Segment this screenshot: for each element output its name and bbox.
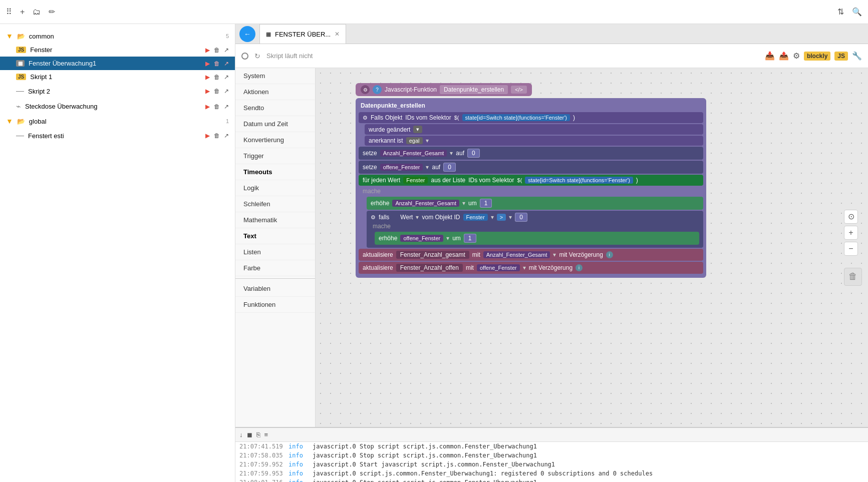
play-button-steckdose[interactable]: ▶ (205, 103, 210, 110)
delete-button-fenstertest[interactable]: 🗑 (214, 132, 220, 139)
var3-chip[interactable]: Anzahl_Fenster_Gesamt (392, 200, 459, 207)
sidebar-folder-global[interactable]: ▼ 📂 global 1 (0, 114, 235, 128)
tab-fenster-uberwachung[interactable]: ▦ FENSTER ÜBER... ✕ (259, 24, 346, 44)
export-button-skript1[interactable]: ↗ (224, 74, 229, 81)
category-schleifen[interactable]: Schleifen (235, 196, 315, 212)
play-button-fenstertest[interactable]: ▶ (205, 132, 210, 139)
refresh-icon[interactable]: ↻ (254, 52, 260, 60)
category-text[interactable]: Text (235, 228, 315, 244)
selector2-chip[interactable]: state[id=Switch state](functions='Fenste… (525, 177, 633, 184)
dots-icon[interactable]: ⠿ (6, 7, 12, 17)
dropdown-wert[interactable]: ▾ (416, 214, 419, 221)
objekt-chip[interactable]: Fenster (463, 214, 488, 221)
gt-chip[interactable]: > (497, 214, 506, 221)
canvas[interactable]: ⚙ ? Javascript-Funktion Datenpunkte_erst… (316, 68, 868, 427)
wurde-dropdown[interactable]: ▾ (413, 126, 422, 133)
dropdown-offene[interactable]: ▾ (523, 264, 526, 271)
search-icon[interactable]: 🔍 (852, 7, 862, 17)
selector1-chip[interactable]: state[id=Switch state](functions='Fenste… (462, 114, 570, 121)
export-button-steckdose[interactable]: ↗ (224, 103, 229, 110)
anzahl-chip[interactable]: Anzahl_Fenster_Gesamt (483, 251, 550, 258)
play-button-uberwachung1[interactable]: ▶ (205, 60, 210, 67)
sort-icon[interactable]: ⇅ (837, 7, 844, 17)
delete-button-uberwachung1[interactable]: 🗑 (214, 60, 220, 67)
reset-zoom-button[interactable]: ⊙ (844, 210, 858, 224)
folder-icon[interactable]: 🗂 (33, 8, 41, 17)
sidebar-item-skript2[interactable]: — Skript 2 ▶ 🗑 ↗ (0, 84, 235, 99)
category-konvertierung[interactable]: Konvertierung (235, 132, 315, 148)
category-sendto[interactable]: Sendto (235, 100, 315, 116)
dropdown-var4[interactable]: ▾ (446, 235, 449, 242)
category-mathematik[interactable]: Mathematik (235, 212, 315, 228)
dropdown-var1[interactable]: ▾ (450, 150, 453, 157)
delete-button-steckdose[interactable]: 🗑 (214, 103, 220, 110)
dropdown-objekt[interactable]: ▾ (491, 214, 494, 221)
block-container: ⚙ ? Javascript-Funktion Datenpunkte_erst… (356, 83, 868, 278)
dp2-chip[interactable]: Fenster_Anzahl_offen (396, 264, 463, 272)
import-icon[interactable]: 📥 (765, 51, 775, 61)
dropdown-gt[interactable]: ▾ (509, 214, 512, 221)
val1-chip[interactable]: 0 (467, 149, 480, 158)
export-button-uberwachung1[interactable]: ↗ (224, 60, 229, 67)
trash-button[interactable]: 🗑 (844, 268, 862, 286)
egal-chip[interactable]: egal (406, 137, 423, 144)
category-logik[interactable]: Logik (235, 180, 315, 196)
log-copy-icon[interactable]: ⎘ (256, 431, 260, 438)
category-system[interactable]: System (235, 68, 315, 84)
category-timeouts[interactable]: Timeouts (235, 164, 315, 180)
play-button-skript1[interactable]: ▶ (205, 74, 210, 81)
var4-chip[interactable]: offene_Fenster (400, 235, 443, 242)
log-download-icon[interactable]: ↓ (239, 431, 243, 438)
dp1-chip[interactable]: Fenster_Anzahl_gesamt (396, 251, 469, 259)
category-aktionen[interactable]: Aktionen (235, 84, 315, 100)
play-button-fenster[interactable]: ▶ (205, 47, 210, 54)
category-listen[interactable]: Listen (235, 244, 315, 260)
play-button-skript2[interactable]: ▶ (205, 88, 210, 95)
val2-chip[interactable]: 0 (443, 163, 456, 172)
dropdown-anzahl[interactable]: ▾ (553, 251, 556, 258)
val5-chip[interactable]: 1 (464, 234, 476, 243)
export-button-fenster[interactable]: ↗ (224, 47, 229, 54)
dropdown-var2[interactable]: ▾ (426, 164, 429, 171)
delete-button-skript2[interactable]: 🗑 (214, 88, 220, 95)
tab-close-button[interactable]: ✕ (335, 31, 340, 38)
zoom-out-button[interactable]: − (844, 242, 858, 256)
export-button-fenstertest[interactable]: ↗ (224, 132, 229, 139)
delete-button-skript1[interactable]: 🗑 (214, 74, 220, 81)
var2-chip[interactable]: offene_Fenster (380, 164, 423, 171)
zoom-in-button[interactable]: + (844, 226, 858, 240)
val3-chip[interactable]: 1 (480, 199, 492, 208)
sidebar-item-fenstertest[interactable]: — Fenstert esti ▶ 🗑 ↗ (0, 128, 235, 143)
category-trigger[interactable]: Trigger (235, 148, 315, 164)
log-list-icon[interactable]: ≡ (264, 431, 268, 438)
log-stop-icon[interactable]: ◼ (247, 431, 252, 438)
zoom-controls: ⊙ + − 🗑 (844, 210, 862, 286)
fenster-chip[interactable]: Fenster (403, 177, 428, 184)
add-icon[interactable]: + (20, 8, 25, 17)
val4-chip[interactable]: 0 (515, 213, 527, 222)
category-funktionen[interactable]: Funktionen (235, 297, 315, 313)
func-end-chip[interactable]: </> (511, 86, 527, 94)
offene-chip[interactable]: offene_Fenster (477, 264, 520, 271)
settings-icon[interactable]: ⚙ (793, 51, 800, 61)
back-button[interactable]: ← (239, 26, 255, 42)
wrench-icon[interactable]: 🔧 (852, 51, 862, 61)
export-icon[interactable]: 📤 (779, 51, 789, 61)
sidebar-item-fenster-uberwachung1[interactable]: ▦ Fenster Überwachung1 ▶ 🗑 ↗ (0, 57, 235, 70)
category-farbe[interactable]: Farbe (235, 260, 315, 276)
blockly-badge[interactable]: blockly (804, 52, 830, 61)
sidebar-folder-common[interactable]: ▼ 📂 common 5 (0, 29, 235, 43)
egal-dropdown[interactable]: ▾ (426, 137, 429, 144)
dropdown-var3[interactable]: ▾ (462, 200, 465, 207)
edit-icon[interactable]: ✏ (49, 7, 55, 17)
category-datum-und-zeit[interactable]: Datum und Zeit (235, 116, 315, 132)
sidebar-item-skript1[interactable]: JS Skript 1 ▶ 🗑 ↗ (0, 70, 235, 84)
export-button-skript2[interactable]: ↗ (224, 88, 229, 95)
sidebar-item-steckdose[interactable]: ⌁ Steckdose Überwachung ▶ 🗑 ↗ (0, 99, 235, 114)
js-badge[interactable]: JS (834, 52, 848, 61)
sidebar-item-fenster[interactable]: JS Fenster ▶ 🗑 ↗ (0, 43, 235, 57)
func-name-chip[interactable]: Datenpunkte_erstellen (440, 85, 508, 94)
category-variablen[interactable]: Variablen (235, 281, 315, 297)
var1-chip[interactable]: Anzahl_Fenster_Gesamt (380, 150, 447, 157)
delete-button-fenster[interactable]: 🗑 (214, 47, 220, 54)
